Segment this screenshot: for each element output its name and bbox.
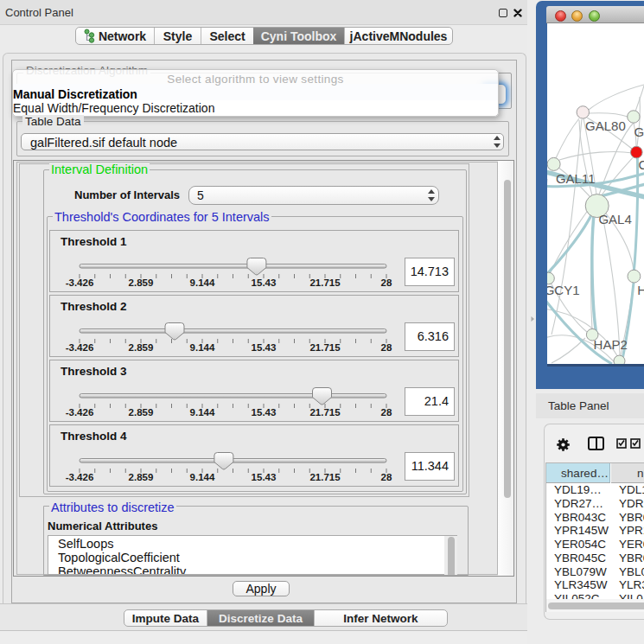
svg-text:H: H xyxy=(637,283,644,297)
svg-text:G.: G. xyxy=(634,124,644,139)
svg-text:HAP2: HAP2 xyxy=(594,337,628,352)
svg-text:GAL4: GAL4 xyxy=(598,212,631,226)
svg-text:GAL11: GAL11 xyxy=(556,171,596,186)
svg-text:C: C xyxy=(639,157,644,172)
svg-text:GCY1: GCY1 xyxy=(547,283,580,297)
svg-text:GAL80: GAL80 xyxy=(585,118,626,133)
